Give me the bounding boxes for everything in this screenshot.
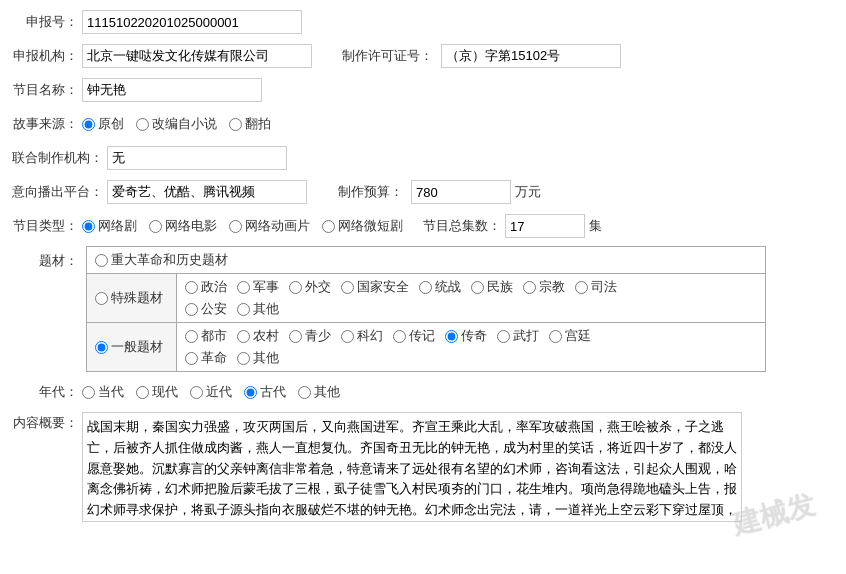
内容概要-label: 内容概要： (12, 412, 82, 432)
年代-其他[interactable]: 其他 (298, 383, 340, 401)
题材-宫廷[interactable]: 宫廷 (549, 327, 591, 345)
联合制作-label: 联合制作机构： (12, 149, 107, 167)
题材-外交[interactable]: 外交 (289, 278, 331, 296)
题材-司法[interactable]: 司法 (575, 278, 617, 296)
题材-都市[interactable]: 都市 (185, 327, 227, 345)
联合制作-row: 联合制作机构： (12, 144, 834, 172)
题材-一般-line2: 革命 其他 (185, 349, 757, 367)
故事来源-radio-group: 原创 改编自小说 翻拍 (82, 115, 271, 133)
题材-重大革命-row: 重大革命和历史题材 (87, 247, 765, 274)
故事来源-label: 故事来源： (12, 115, 82, 133)
节目类型-网络微短剧[interactable]: 网络微短剧 (322, 217, 403, 235)
题材-特殊-row: 特殊题材 政治 军事 外交 国家安全 统战 民族 宗教 司法 (87, 274, 765, 323)
题材-一般-row: 一般题材 都市 农村 青少 科幻 传记 传奇 武打 宫廷 (87, 323, 765, 371)
题材-重大革命-radio[interactable]: 重大革命和历史题材 (95, 251, 228, 269)
年代-现代[interactable]: 现代 (136, 383, 178, 401)
总集数-label: 节目总集数： (423, 217, 505, 235)
制作预算-unit: 万元 (515, 183, 541, 201)
题材-军事[interactable]: 军事 (237, 278, 279, 296)
年代-古代[interactable]: 古代 (244, 383, 286, 401)
题材-武打[interactable]: 武打 (497, 327, 539, 345)
申报号-input[interactable] (82, 10, 302, 34)
制作许可-label: 制作许可证号： (342, 47, 437, 65)
节目类型-radio-group: 网络剧 网络电影 网络动画片 网络微短剧 (82, 217, 403, 235)
题材-一般-content: 都市 农村 青少 科幻 传记 传奇 武打 宫廷 革命 其他 (177, 323, 765, 371)
题材-label: 题材： (12, 246, 82, 270)
题材-特殊-label: 特殊题材 (87, 274, 177, 322)
题材-特殊-其他[interactable]: 其他 (237, 300, 279, 318)
题材-政治[interactable]: 政治 (185, 278, 227, 296)
联合制作-input[interactable] (107, 146, 287, 170)
年代-当代[interactable]: 当代 (82, 383, 124, 401)
节目名称-input[interactable] (82, 78, 262, 102)
年代-近代[interactable]: 近代 (190, 383, 232, 401)
节目类型-网络剧[interactable]: 网络剧 (82, 217, 137, 235)
年代-row: 年代： 当代 现代 近代 古代 其他 (12, 378, 834, 406)
内容概要-textarea[interactable] (82, 412, 742, 522)
题材-特殊-line2: 公安 其他 (185, 300, 757, 318)
题材-重大革命-label: 重大革命和历史题材 (111, 251, 228, 269)
题材-box: 重大革命和历史题材 特殊题材 政治 军事 (86, 246, 766, 372)
题材-特殊-sub: 政治 军事 外交 国家安全 统战 民族 宗教 司法 公安 其他 (185, 278, 757, 318)
题材-特殊-content: 政治 军事 外交 国家安全 统战 民族 宗教 司法 公安 其他 (177, 274, 765, 322)
申报机构-row: 申报机构： 制作许可证号： (12, 42, 834, 70)
题材-科幻[interactable]: 科幻 (341, 327, 383, 345)
节目名称-label: 节目名称： (12, 81, 82, 99)
年代-radio-group: 当代 现代 近代 古代 其他 (82, 383, 340, 401)
故事来源-row: 故事来源： 原创 改编自小说 翻拍 (12, 110, 834, 138)
年代-label: 年代： (12, 383, 82, 401)
总集数-unit: 集 (589, 217, 602, 235)
题材-革命[interactable]: 革命 (185, 349, 227, 367)
故事来源-翻拍[interactable]: 翻拍 (229, 115, 271, 133)
题材-统战[interactable]: 统战 (419, 278, 461, 296)
申报号-row: 申报号： (12, 8, 834, 36)
题材-一般-其他[interactable]: 其他 (237, 349, 279, 367)
题材-传记[interactable]: 传记 (393, 327, 435, 345)
题材-传奇[interactable]: 传奇 (445, 327, 487, 345)
题材-特殊-radio[interactable]: 特殊题材 (95, 289, 163, 307)
题材-一般-line1: 都市 农村 青少 科幻 传记 传奇 武打 宫廷 (185, 327, 757, 345)
制作预算-input[interactable] (411, 180, 511, 204)
故事来源-原创[interactable]: 原创 (82, 115, 124, 133)
节目类型-label: 节目类型： (12, 217, 82, 235)
节目名称-row: 节目名称： (12, 76, 834, 104)
节目类型-网络动画片[interactable]: 网络动画片 (229, 217, 310, 235)
播出平台-label: 意向播出平台： (12, 183, 107, 201)
题材-一般-radio[interactable]: 一般题材 (95, 338, 163, 356)
申报号-label: 申报号： (12, 13, 82, 31)
题材-青少[interactable]: 青少 (289, 327, 331, 345)
制作预算-label: 制作预算： (337, 183, 407, 201)
题材-一般-label: 一般题材 (87, 323, 177, 371)
故事来源-改编自小说[interactable]: 改编自小说 (136, 115, 217, 133)
播出平台-row: 意向播出平台： 制作预算： 万元 (12, 178, 834, 206)
节目类型-row: 节目类型： 网络剧 网络电影 网络动画片 网络微短剧 节目总集数： 集 (12, 212, 834, 240)
题材-农村[interactable]: 农村 (237, 327, 279, 345)
题材-宗教[interactable]: 宗教 (523, 278, 565, 296)
制作许可-input[interactable] (441, 44, 621, 68)
题材-一般-sub: 都市 农村 青少 科幻 传记 传奇 武打 宫廷 革命 其他 (185, 327, 757, 367)
播出平台-input[interactable] (107, 180, 307, 204)
题材-民族[interactable]: 民族 (471, 278, 513, 296)
申报机构-input[interactable] (82, 44, 312, 68)
总集数-input[interactable] (505, 214, 585, 238)
题材-row: 题材： 重大革命和历史题材 特殊题材 (12, 246, 834, 372)
内容概要-row: 内容概要： (12, 412, 834, 522)
节目类型-网络电影[interactable]: 网络电影 (149, 217, 217, 235)
申报机构-label: 申报机构： (12, 47, 82, 65)
题材-重大革命-content: 重大革命和历史题材 (87, 247, 765, 273)
题材-特殊-line1: 政治 军事 外交 国家安全 统战 民族 宗教 司法 (185, 278, 757, 296)
题材-公安[interactable]: 公安 (185, 300, 227, 318)
题材-国家安全[interactable]: 国家安全 (341, 278, 409, 296)
